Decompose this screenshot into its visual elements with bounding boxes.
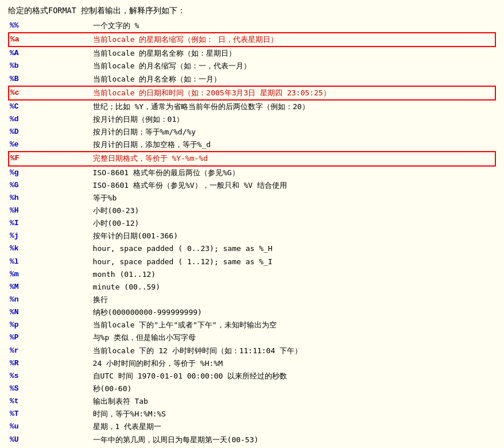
format-desc: 一年中的第几周，以周日为每星期第一天(00-53) [92,434,495,446]
table-row: %VISO-8601 格式规范下的一年中第几周，以周一为每星期第一天(01-53… [9,446,495,448]
table-row: %a当前locale 的星期名缩写（例如： 日，代表星期日） [9,33,495,47]
format-desc: minute (00..59) [92,281,495,293]
format-desc: 当前locale 的星期名全称（如：星期日） [92,47,495,60]
format-desc: ISO-8601 格式规范下的一年中第几周，以周一为每星期第一天(01-53) [92,446,495,448]
intro-text: 给定的格式FORMAT 控制着输出，解释序列如下： [8,6,496,16]
format-code: %r [9,345,92,357]
table-row: %N纳秒(000000000-999999999) [9,306,495,319]
format-code: %h [9,192,92,204]
format-code: %V [9,446,92,448]
format-desc: 按年计的日期(001-366) [92,230,495,242]
format-desc: 当前locale 下的"上午"或者"下午"，未知时输出为空 [92,319,495,331]
format-code: %G [9,179,92,192]
format-code: %p [9,319,92,331]
format-code: %e [9,138,92,152]
format-code: %N [9,306,92,319]
table-row: %B当前locale 的月名全称（如：一月） [9,73,495,86]
format-code: %I [9,217,92,230]
format-code: %F [9,152,92,165]
table-row: %u星期，1 代表星期一 [9,420,495,433]
format-desc: 小时(00-23) [92,204,495,217]
table-row: %T时间，等于%H:%M:%S [9,408,495,420]
table-row: %t输出制表符 Tab [9,395,495,408]
format-desc: ISO-8601 格式年份（参见%V），一般只和 %V 结合使用 [92,179,495,192]
format-desc: 当前locale 的星期名缩写（例如： 日，代表星期日） [92,33,495,47]
format-desc: 24 小时时间的时和分，等价于 %H:%M [92,357,495,370]
table-row: %h等于%b [9,192,495,204]
table-row: %r当前locale 下的 12 小时时钟时间（如：11:11:04 下午） [9,345,495,357]
format-desc: 纳秒(000000000-999999999) [92,306,495,319]
table-row: %j按年计的日期(001-366) [9,230,495,242]
format-code: %m [9,268,92,281]
table-row: %khour, space padded ( 0..23); same as %… [9,242,495,255]
table-row: %mmonth (01..12) [9,268,495,281]
format-desc: hour, space padded ( 1..12); same as %_I [92,256,495,268]
format-desc: 按月计的日期（例如：01） [92,113,495,126]
table-row: %A当前locale 的星期名全称（如：星期日） [9,47,495,60]
table-row: %gISO-8601 格式年份的最后两位（参见%G） [9,166,495,179]
format-code: %T [9,408,92,420]
table-row: %R24 小时时间的时和分，等价于 %H:%M [9,357,495,370]
format-desc: 与%p 类似，但是输出小写字母 [92,331,495,344]
format-code: %M [9,281,92,293]
format-desc: 当前locale 下的 12 小时时钟时间（如：11:11:04 下午） [92,345,495,357]
format-desc: hour, space padded ( 0..23); same as %_H [92,242,495,255]
format-desc: 按月计的日期，添加空格，等于%_d [92,138,495,152]
format-desc: 星期，1 代表星期一 [92,420,495,433]
format-desc: 世纪；比如 %Y，通常为省略当前年份的后两位数字（例如：20） [92,100,495,113]
format-code: %a [9,33,92,47]
format-code: %U [9,434,92,446]
table-row: %n换行 [9,293,495,306]
format-desc: 等于%b [92,192,495,204]
table-row: %I小时(00-12) [9,217,495,230]
table-row: %s自UTC 时间 1970-01-01 00:00:00 以来所经过的秒数 [9,370,495,383]
table-row: %C世纪；比如 %Y，通常为省略当前年份的后两位数字（例如：20） [9,100,495,113]
format-code: %s [9,370,92,383]
format-code: %n [9,293,92,306]
format-desc: 一个文字的 % [92,20,495,33]
format-table: %%一个文字的 %%a当前locale 的星期名缩写（例如： 日，代表星期日）%… [8,20,496,448]
table-row: %H小时(00-23) [9,204,495,217]
table-row: %e按月计的日期，添加空格，等于%_d [9,138,495,152]
table-row: %c当前locale 的日期和时间（如：2005年3月3日 星期四 23:05:… [9,86,495,100]
format-code: %S [9,383,92,395]
format-code: %k [9,242,92,255]
format-code: %d [9,113,92,126]
format-code: %R [9,357,92,370]
format-desc: 完整日期格式，等价于 %Y-%m-%d [92,152,495,165]
format-code: %B [9,73,92,86]
table-row: %lhour, space padded ( 1..12); same as %… [9,256,495,268]
table-row: %%一个文字的 % [9,20,495,33]
format-code: %c [9,86,92,100]
table-row: %P与%p 类似，但是输出小写字母 [9,331,495,344]
format-desc: 输出制表符 Tab [92,395,495,408]
table-row: %S秒(00-60) [9,383,495,395]
format-code: %C [9,100,92,113]
format-desc: 当前locale 的日期和时间（如：2005年3月3日 星期四 23:05:25… [92,86,495,100]
table-row: %U一年中的第几周，以周日为每星期第一天(00-53) [9,434,495,446]
format-desc: 当前locale 的月名全称（如：一月） [92,73,495,86]
format-code: %b [9,60,92,72]
format-desc: 小时(00-12) [92,217,495,230]
format-code: %% [9,20,92,33]
format-code: %P [9,331,92,344]
format-desc: month (01..12) [92,268,495,281]
table-row: %GISO-8601 格式年份（参见%V），一般只和 %V 结合使用 [9,179,495,192]
format-desc: ISO-8601 格式年份的最后两位（参见%G） [92,166,495,179]
table-row: %D按月计的日期；等于%m/%d/%y [9,126,495,138]
format-desc: 当前locale 的月名缩写（如：一，代表一月） [92,60,495,72]
table-row: %Mminute (00..59) [9,281,495,293]
format-code: %t [9,395,92,408]
format-code: %j [9,230,92,242]
table-row: %b当前locale 的月名缩写（如：一，代表一月） [9,60,495,72]
format-code: %g [9,166,92,179]
table-row: %p当前locale 下的"上午"或者"下午"，未知时输出为空 [9,319,495,331]
format-code: %D [9,126,92,138]
format-desc: 换行 [92,293,495,306]
format-code: %A [9,47,92,60]
table-row: %F完整日期格式，等价于 %Y-%m-%d [9,152,495,165]
format-code: %l [9,256,92,268]
format-desc: 秒(00-60) [92,383,495,395]
table-row: %d按月计的日期（例如：01） [9,113,495,126]
format-code: %H [9,204,92,217]
